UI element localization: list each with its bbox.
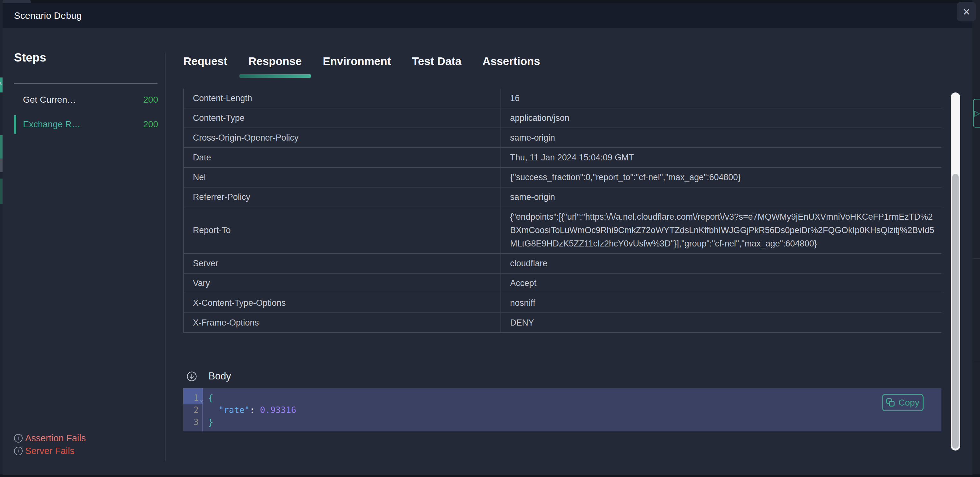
response-headers-table: Content-Length16Content-Typeapplication/…: [183, 89, 942, 333]
tab-request[interactable]: Request: [183, 55, 227, 78]
step-item[interactable]: Exchange R…200: [14, 114, 158, 134]
header-key: Nel: [184, 167, 501, 187]
line-number: 3: [183, 416, 202, 428]
header-key: Server: [184, 253, 501, 273]
header-row: X-Frame-OptionsDENY: [184, 313, 942, 332]
header-value: {"success_fraction":0,"report_to":"cf-ne…: [501, 167, 942, 187]
play-icon: ▷: [974, 109, 980, 118]
legend-label: Server Fails: [25, 446, 75, 456]
code-line: "rate": 0.93316: [208, 404, 942, 416]
back-chevron-icon: ‹: [0, 79, 2, 87]
step-status-code: 200: [143, 119, 158, 129]
header-key: X-Frame-Options: [184, 313, 501, 332]
info-icon: i: [14, 434, 22, 442]
collapse-body-icon: [186, 371, 197, 382]
background-sliver: [0, 135, 3, 159]
header-value: same-origin: [501, 128, 942, 148]
info-icon: i: [14, 447, 22, 455]
header-key: Report-To: [184, 207, 501, 253]
sidebar-divider: [14, 83, 158, 84]
background-tab-stub: [3, 0, 30, 3]
scrollbar-thumb[interactable]: [952, 174, 959, 448]
code-area: { "rate": 0.93316}: [203, 388, 942, 431]
header-value: application/json: [501, 108, 942, 128]
header-row: DateThu, 11 Jan 2024 15:04:09 GMT: [184, 148, 942, 167]
background-top-strip: [0, 0, 980, 3]
code-line: {: [208, 392, 942, 404]
background-sliver: [0, 159, 3, 172]
response-body-editor[interactable]: 1⌄23 { "rate": 0.93316} Copy: [183, 388, 942, 431]
header-key: X-Content-Type-Options: [184, 293, 501, 313]
active-step-bar: [14, 115, 16, 134]
tab-test-data[interactable]: Test Data: [412, 55, 461, 78]
copy-button[interactable]: Copy: [882, 394, 924, 411]
background-divider: [972, 362, 980, 362]
header-row: Content-Typeapplication/json: [184, 108, 942, 128]
header-value: Accept: [501, 273, 942, 293]
code-gutter: 1⌄23: [183, 388, 203, 431]
legend-label: Assertion Fails: [25, 433, 86, 444]
header-value: Thu, 11 Jan 2024 15:04:09 GMT: [501, 148, 942, 167]
step-status-code: 200: [143, 95, 158, 105]
header-value: cloudflare: [501, 253, 942, 273]
code-token: 0.93316: [260, 405, 296, 415]
header-row: Content-Length16: [184, 89, 942, 108]
scenario-debug-modal: Scenario Debug × Steps Get Curren…200Exc…: [3, 3, 972, 475]
legend-item: iAssertion Fails: [14, 432, 86, 444]
header-row: Nel{"success_fraction":0,"report_to":"cf…: [184, 167, 942, 187]
header-key: Vary: [184, 273, 501, 293]
background-bottom-strip: [0, 474, 980, 477]
header-key: Content-Length: [184, 89, 501, 108]
step-item[interactable]: Get Curren…200: [14, 90, 158, 110]
modal-header: Scenario Debug: [3, 3, 972, 28]
header-value: 16: [501, 89, 942, 108]
code-line: }: [208, 416, 942, 428]
code-token: }: [208, 417, 213, 427]
header-key: Referrer-Policy: [184, 187, 501, 207]
tab-bar: RequestResponseEnvironmentTest DataAsser…: [183, 55, 540, 78]
header-row: VaryAccept: [184, 273, 942, 293]
header-row: Cross-Origin-Opener-Policysame-origin: [184, 128, 942, 148]
modal-title: Scenario Debug: [14, 3, 82, 28]
steps-heading: Steps: [14, 51, 46, 64]
sidebar-content-divider: [165, 52, 165, 461]
step-name: Get Curren…: [23, 95, 76, 105]
tab-response[interactable]: Response: [248, 55, 302, 78]
play-button[interactable]: ▷: [973, 99, 980, 127]
code-token: {: [208, 393, 213, 403]
header-row: Referrer-Policysame-origin: [184, 187, 942, 207]
header-row: X-Content-Type-Optionsnosniff: [184, 293, 942, 313]
background-sliver: [0, 178, 3, 204]
header-key: Cross-Origin-Opener-Policy: [184, 128, 501, 148]
background-divider: [972, 258, 980, 259]
copy-icon: [886, 398, 895, 407]
tab-environment[interactable]: Environment: [323, 55, 391, 78]
line-number: 1⌄: [183, 392, 202, 404]
header-key: Date: [184, 148, 501, 167]
body-section-header[interactable]: Body: [186, 370, 231, 382]
header-value: same-origin: [501, 187, 942, 207]
code-token: "rate": [219, 405, 250, 415]
code-token: :: [250, 405, 260, 415]
header-value: DENY: [501, 313, 942, 332]
legend-item: iServer Fails: [14, 444, 86, 457]
steps-list: Get Curren…200Exchange R…200: [14, 90, 158, 139]
status-legend: iAssertion FailsiServer Fails: [14, 432, 86, 457]
tab-assertions[interactable]: Assertions: [482, 55, 540, 78]
header-row: Report-To{"endpoints":[{"url":"https:\/\…: [184, 207, 942, 253]
close-button[interactable]: ×: [957, 2, 976, 21]
scrollbar-track[interactable]: [951, 92, 960, 450]
line-number: 2: [183, 404, 202, 416]
copy-button-label: Copy: [898, 398, 919, 408]
header-value: nosniff: [501, 293, 942, 313]
step-name: Exchange R…: [23, 119, 81, 129]
body-label: Body: [208, 370, 231, 382]
background-left-strip: ‹: [0, 0, 3, 477]
code-token: [208, 405, 219, 415]
header-row: Servercloudflare: [184, 253, 942, 273]
header-key: Content-Type: [184, 108, 501, 128]
background-right-strip: [972, 0, 980, 477]
screen: ‹ ▷ Scenario Debug × Steps Get Curren…20…: [0, 0, 980, 477]
header-value: {"endpoints":[{"url":"https:\/\/a.nel.cl…: [501, 207, 942, 253]
